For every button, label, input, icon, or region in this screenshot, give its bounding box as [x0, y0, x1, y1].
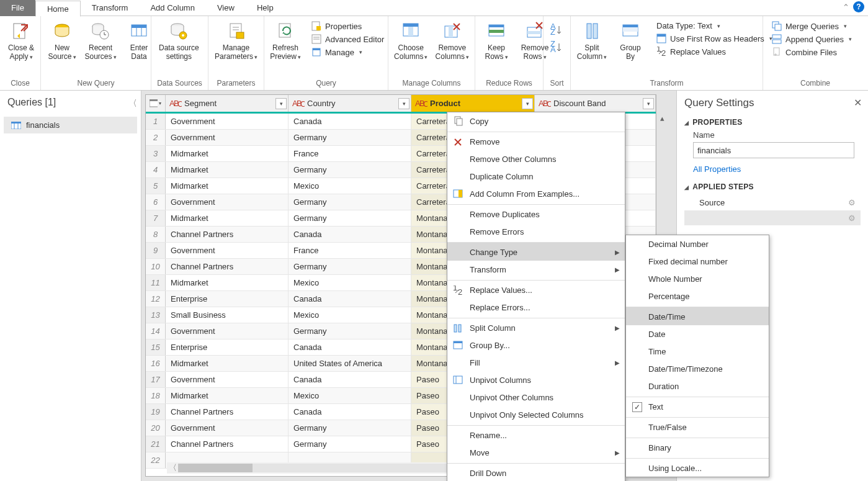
group-by-button[interactable]: GroupBy	[613, 19, 648, 79]
name-field[interactable]	[693, 142, 854, 158]
sort-asc-button[interactable]: AZ	[550, 24, 564, 36]
data-source-settings-button[interactable]: Data sourcesettings	[155, 19, 203, 79]
menu-item[interactable]: Binary	[626, 438, 769, 456]
col-header-segment[interactable]: ABCSegment▾	[166, 95, 289, 112]
cell[interactable]: Canada	[289, 404, 411, 420]
cell[interactable]: Government	[166, 130, 289, 145]
advanced-editor-button[interactable]: Advanced Editor	[309, 34, 387, 45]
cell[interactable]: Midmarket	[166, 356, 289, 371]
query-item-financials[interactable]: financials	[4, 117, 137, 133]
cell[interactable]: Midmarket	[166, 146, 289, 161]
col-header-product[interactable]: ABCProduct▾	[411, 95, 535, 114]
menu-item[interactable]: Move▶	[447, 444, 625, 461]
tab-file[interactable]: File	[0, 0, 35, 16]
cell[interactable]: Mexico	[289, 275, 411, 290]
close-icon[interactable]: ✕	[854, 97, 862, 109]
menu-item[interactable]: Duration	[626, 377, 769, 395]
cell[interactable]: France	[289, 146, 411, 161]
menu-item[interactable]: Date/Time/Timezone	[626, 360, 769, 377]
cell[interactable]: Enterprise	[166, 291, 289, 307]
merge-queries-button[interactable]: Merge Queries	[769, 20, 861, 32]
menu-item[interactable]: 12Replace Values...	[447, 280, 625, 299]
cell[interactable]: Channel Partners	[166, 259, 289, 274]
cell[interactable]: Small Business	[166, 307, 289, 323]
cell[interactable]: Germany	[289, 162, 411, 178]
menu-item[interactable]: Split Column▶	[447, 318, 625, 336]
tab-add-column[interactable]: Add Column	[139, 0, 206, 16]
col-header-discount-band[interactable]: ABCDiscount Band▾	[535, 95, 656, 112]
menu-item[interactable]: Copy	[447, 112, 625, 130]
menu-item[interactable]: Add Column From Examples...	[447, 185, 625, 202]
manage-parameters-button[interactable]: ManageParameters	[212, 19, 260, 79]
menu-item[interactable]: Date/Time	[626, 307, 769, 325]
cell[interactable]: Germany	[289, 130, 411, 145]
menu-item[interactable]: Time	[626, 343, 769, 360]
split-column-button[interactable]: SplitColumn	[575, 19, 609, 79]
tab-transform[interactable]: Transform	[81, 0, 140, 16]
cell[interactable]: Midmarket	[166, 388, 289, 403]
remove-columns-button[interactable]: RemoveColumns	[434, 19, 472, 79]
sort-desc-button[interactable]: ZA	[550, 41, 564, 53]
gear-icon[interactable]: ⚙	[848, 198, 856, 207]
filter-icon[interactable]: ▾	[522, 98, 533, 109]
cell[interactable]: Germany	[289, 323, 411, 339]
collapse-ribbon-icon[interactable]: ⌃	[843, 2, 849, 12]
menu-item[interactable]: Change Type▶	[447, 242, 625, 261]
step-changed-type[interactable]: ⚙	[684, 210, 861, 225]
menu-item[interactable]: Date	[626, 325, 769, 343]
menu-item[interactable]: Unpivot Columns	[447, 371, 625, 389]
cell[interactable]: United States of America	[289, 356, 411, 371]
cell[interactable]: Canada	[289, 114, 411, 129]
cell[interactable]: Canada	[289, 227, 411, 242]
filter-icon[interactable]: ▾	[643, 98, 654, 109]
menu-item[interactable]: Rename...	[447, 425, 625, 444]
cell[interactable]: Germany	[289, 194, 411, 210]
recent-sources-button[interactable]: RecentSources	[83, 19, 118, 79]
menu-item[interactable]: Unpivot Only Selected Columns	[447, 406, 625, 423]
cell[interactable]: Germany	[289, 420, 411, 436]
cell[interactable]: Government	[166, 114, 289, 129]
cell[interactable]: Government	[166, 372, 289, 387]
menu-item[interactable]: Remove Errors	[447, 223, 625, 240]
select-all-corner[interactable]: ▾	[146, 95, 166, 112]
menu-item[interactable]: Duplicate Column	[447, 168, 625, 185]
menu-item[interactable]: Replace Errors...	[447, 299, 625, 316]
menu-item[interactable]: Remove Duplicates	[447, 204, 625, 223]
first-row-headers-button[interactable]: Use First Row as Headers	[654, 33, 775, 44]
cell[interactable]: Midmarket	[166, 162, 289, 178]
tab-help[interactable]: Help	[246, 0, 285, 16]
cell[interactable]: Midmarket	[166, 178, 289, 194]
cell[interactable]: Enterprise	[166, 339, 289, 355]
properties-button[interactable]: Properties	[309, 20, 387, 32]
menu-item[interactable]: Fixed decimal number	[626, 253, 769, 270]
cell[interactable]: Mexico	[289, 388, 411, 403]
cell[interactable]: Mexico	[289, 178, 411, 194]
menu-item[interactable]: Unpivot Other Columns	[447, 389, 625, 406]
help-icon[interactable]: ?	[853, 1, 864, 12]
close-apply-button[interactable]: Close &Apply	[4, 19, 38, 79]
filter-icon[interactable]: ▾	[398, 98, 409, 109]
filter-icon[interactable]: ▾	[275, 98, 287, 109]
tab-view[interactable]: View	[206, 0, 246, 16]
all-properties-link[interactable]: All Properties	[693, 164, 861, 174]
cell[interactable]: Channel Partners	[166, 227, 289, 242]
cell[interactable]: Government	[166, 243, 289, 258]
tab-home[interactable]: Home	[35, 1, 81, 17]
cell[interactable]: Germany	[289, 210, 411, 226]
replace-values-button[interactable]: 12Replace Values	[654, 46, 775, 57]
data-type-button[interactable]: Data Type: Text	[654, 20, 775, 31]
cell[interactable]: Government	[166, 323, 289, 339]
new-source-button[interactable]: NewSource	[45, 19, 79, 79]
cell[interactable]: Midmarket	[166, 275, 289, 290]
menu-item[interactable]: Drill Down	[447, 463, 625, 481]
append-queries-button[interactable]: Append Queries	[769, 34, 861, 45]
menu-item[interactable]: Transform▶	[447, 261, 625, 278]
cell[interactable]: France	[289, 243, 411, 258]
applied-steps-section[interactable]: APPLIED STEPS	[684, 182, 861, 191]
gear-icon[interactable]: ⚙	[848, 214, 856, 223]
menu-item[interactable]: Whole Number	[626, 270, 769, 287]
menu-item[interactable]: Remove	[447, 132, 625, 150]
cell[interactable]: Canada	[289, 339, 411, 355]
cell[interactable]: Germany	[289, 436, 411, 452]
cell[interactable]: Germany	[289, 259, 411, 274]
